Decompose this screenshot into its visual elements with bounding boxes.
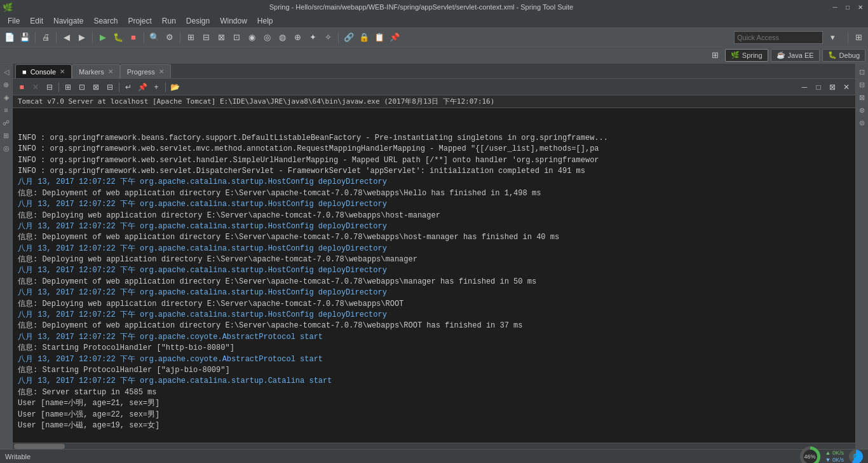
sidebar-icon-2[interactable]: ⊕ bbox=[1, 79, 12, 90]
menu-search[interactable]: Search bbox=[88, 15, 123, 27]
console-line: 信息: Deployment of web application direct… bbox=[18, 277, 850, 287]
tab-progress[interactable]: Progress ✕ bbox=[120, 64, 171, 78]
quick-access-bar: ▾ bbox=[734, 31, 839, 45]
console-scroll-lock-btn[interactable]: ⊟ bbox=[43, 81, 56, 93]
tab-markers[interactable]: Markers ✕ bbox=[72, 64, 120, 78]
console-close-view-btn[interactable]: ✕ bbox=[840, 81, 853, 93]
toolbar-save[interactable]: 💾 bbox=[18, 31, 32, 45]
console-btn-1[interactable]: ⊞ bbox=[62, 81, 74, 93]
console-line: User [name=小磁, age=19, sex=女] bbox=[18, 420, 850, 431]
menu-edit[interactable]: Edit bbox=[25, 15, 48, 27]
console-output[interactable]: INFO : org.springframework.beans.factory… bbox=[13, 108, 855, 443]
console-line: INFO : org.springframework.beans.factory… bbox=[18, 133, 850, 144]
toolbar-btn-extra11[interactable]: 🔗 bbox=[342, 31, 356, 45]
toolbar-btn-extra8[interactable]: ⊕ bbox=[290, 31, 304, 45]
console-new-console-btn[interactable]: + bbox=[150, 81, 163, 93]
console-maximize-btn[interactable]: □ bbox=[812, 81, 825, 93]
console-pin-btn[interactable]: 📌 bbox=[136, 81, 149, 93]
menu-run[interactable]: Run bbox=[157, 15, 181, 27]
sidebar-icon-7[interactable]: ◎ bbox=[1, 142, 12, 154]
hscroll-bar[interactable] bbox=[13, 443, 855, 449]
toolbar-btn-extra2[interactable]: ⊟ bbox=[199, 31, 213, 45]
console-toolbar: ■ ✕ ⊟ ⊞ ⊡ ⊠ ⊟ ↵ 📌 + 📂 ─ □ ⊠ ✕ bbox=[13, 79, 855, 95]
hscroll-thumb[interactable] bbox=[14, 444, 65, 449]
toolbar-stop[interactable]: ■ bbox=[126, 31, 140, 45]
toolbar-run[interactable]: ▶ bbox=[96, 31, 110, 45]
perspective-debug[interactable]: 🐛 Debug bbox=[822, 49, 865, 62]
main-toolbar: 📄 💾 🖨 ◀ ▶ ▶ 🐛 ■ 🔍 ⚙ ⊞ ⊟ ⊠ ⊡ ◉ ◎ ◍ ⊕ ✦ ✧ … bbox=[0, 28, 868, 47]
right-sidebar-icon-4[interactable]: ⊛ bbox=[857, 104, 868, 116]
perspective-debug-label: Debug bbox=[839, 52, 860, 59]
menu-navigate[interactable]: Navigate bbox=[48, 15, 88, 27]
toolbar-btn-extra13[interactable]: 📋 bbox=[372, 31, 386, 45]
right-sidebar-icon-1[interactable]: ⊡ bbox=[857, 66, 868, 78]
toolbar-btn-extra5[interactable]: ◉ bbox=[245, 31, 259, 45]
right-sidebar-icon-3[interactable]: ⊠ bbox=[857, 92, 868, 103]
quick-access-open-btn[interactable]: ▾ bbox=[825, 31, 839, 45]
network-stats: ▲ 0K/s ▼ 0K/s bbox=[825, 450, 844, 463]
console-restore-btn[interactable]: ⊠ bbox=[826, 81, 839, 93]
toolbar-btn-extra14[interactable]: 📌 bbox=[388, 31, 402, 45]
sidebar-icon-4[interactable]: ≡ bbox=[1, 104, 12, 116]
minimize-button[interactable]: ─ bbox=[830, 2, 840, 12]
progress-tab-close[interactable]: ✕ bbox=[159, 68, 164, 75]
menu-help[interactable]: Help bbox=[252, 15, 278, 27]
console-btn-4[interactable]: ⊟ bbox=[104, 81, 116, 93]
progress-pct: 46% bbox=[804, 453, 816, 460]
menu-file[interactable]: File bbox=[3, 15, 25, 27]
network-down: ▼ 0K/s bbox=[825, 457, 844, 464]
menu-window[interactable]: Window bbox=[215, 15, 252, 27]
console-word-wrap-btn[interactable]: ↵ bbox=[122, 81, 135, 93]
toolbar-maximize-view[interactable]: ⊞ bbox=[851, 31, 865, 45]
toolbar-btn-extra4[interactable]: ⊡ bbox=[229, 31, 243, 45]
toolbar-new[interactable]: 📄 bbox=[3, 31, 17, 45]
console-line: INFO : org.springframework.web.servlet.D… bbox=[18, 166, 850, 177]
right-sidebar-icon-5[interactable]: ⊜ bbox=[857, 117, 868, 128]
maximize-button[interactable]: □ bbox=[843, 2, 853, 12]
perspective-open-btn[interactable]: ⊞ bbox=[708, 48, 722, 62]
toolbar-search[interactable]: 🔍 bbox=[147, 31, 161, 45]
sidebar-icon-1[interactable]: ◁ bbox=[1, 66, 12, 78]
toolbar-back[interactable]: ◀ bbox=[60, 31, 74, 45]
menu-bar: File Edit Navigate Search Project Run De… bbox=[0, 14, 868, 28]
console-btn-2[interactable]: ⊡ bbox=[76, 81, 88, 93]
quick-access-input[interactable] bbox=[734, 31, 823, 44]
toolbar-forward[interactable]: ▶ bbox=[75, 31, 89, 45]
perspective-spring[interactable]: 🌿 Spring bbox=[725, 49, 768, 62]
left-sidebar: ◁ ⊕ ◈ ≡ ☍ ⊞ ◎ bbox=[0, 64, 13, 449]
toolbar-settings[interactable]: ⚙ bbox=[163, 31, 177, 45]
toolbar-btn-extra12[interactable]: 🔒 bbox=[357, 31, 371, 45]
console-tab-close[interactable]: ✕ bbox=[60, 68, 65, 75]
console-clear-btn[interactable]: ✕ bbox=[29, 81, 42, 93]
console-open-file-btn[interactable]: 📂 bbox=[168, 81, 181, 93]
sidebar-icon-3[interactable]: ◈ bbox=[1, 92, 12, 103]
console-line: 八月 13, 2017 12:07:22 下午 org.apache.catal… bbox=[18, 244, 850, 254]
console-line: 八月 13, 2017 12:07:22 下午 org.apache.catal… bbox=[18, 310, 850, 321]
toolbar-btn-extra10[interactable]: ✧ bbox=[321, 31, 335, 45]
right-sidebar-icon-2[interactable]: ⊟ bbox=[857, 79, 868, 90]
sidebar-icon-5[interactable]: ☍ bbox=[1, 117, 12, 128]
toolbar-btn-extra9[interactable]: ✦ bbox=[306, 31, 320, 45]
spring-icon: 🌿 bbox=[731, 51, 740, 59]
console-btn-3[interactable]: ⊠ bbox=[90, 81, 102, 93]
console-line: 信息: Deployment of web application direct… bbox=[18, 188, 850, 199]
menu-design[interactable]: Design bbox=[181, 15, 215, 27]
toolbar-print[interactable]: 🖨 bbox=[39, 31, 53, 45]
markers-tab-close[interactable]: ✕ bbox=[108, 68, 113, 75]
sidebar-icon-6[interactable]: ⊞ bbox=[1, 130, 12, 141]
toolbar-debug[interactable]: 🐛 bbox=[111, 31, 125, 45]
toolbar-btn-extra7[interactable]: ◍ bbox=[275, 31, 289, 45]
tab-console[interactable]: ■ Console ✕ bbox=[15, 64, 72, 78]
window-title: Spring - Hello/src/main/webapp/WEB-INF/s… bbox=[13, 3, 830, 11]
toolbar-btn-extra1[interactable]: ⊞ bbox=[184, 31, 198, 45]
toolbar-btn-extra3[interactable]: ⊠ bbox=[214, 31, 228, 45]
markers-tab-label: Markers bbox=[79, 68, 104, 76]
menu-project[interactable]: Project bbox=[123, 15, 156, 27]
toolbar-btn-extra6[interactable]: ◎ bbox=[260, 31, 274, 45]
console-minimize-btn[interactable]: ─ bbox=[798, 81, 811, 93]
console-line: INFO : org.springframework.web.servlet.m… bbox=[18, 144, 850, 155]
toolbar-sep-2 bbox=[56, 32, 57, 43]
close-button[interactable]: ✕ bbox=[855, 2, 865, 12]
console-stop-btn[interactable]: ■ bbox=[15, 81, 28, 93]
perspective-javaee[interactable]: ☕ Java EE bbox=[771, 49, 820, 62]
